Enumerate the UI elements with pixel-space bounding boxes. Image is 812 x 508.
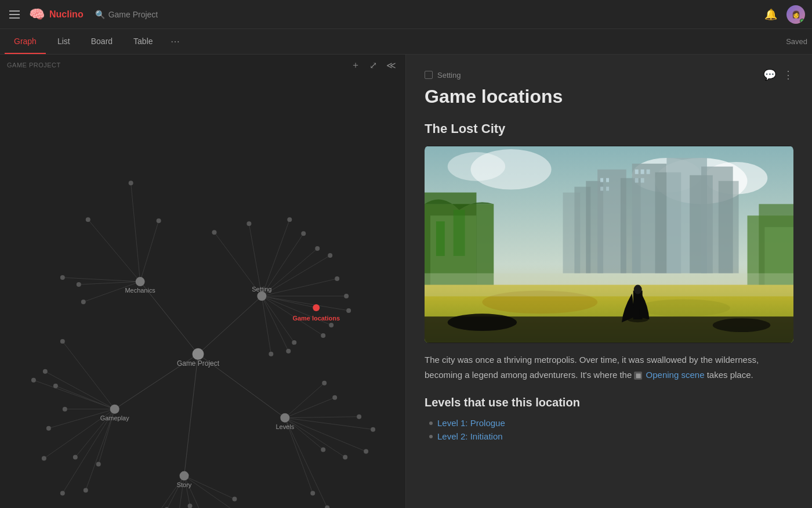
svg-point-80 (329, 323, 334, 327)
svg-point-90 (343, 455, 347, 460)
svg-point-77 (335, 276, 339, 281)
svg-point-83 (286, 349, 291, 354)
graph-visualization[interactable]: Game Project Mechanics Setting Game loca… (0, 75, 405, 508)
header-action-icons: 💬 ⋮ (763, 69, 793, 81)
svg-point-109 (280, 413, 289, 423)
tab-table[interactable]: Table (124, 29, 162, 54)
svg-rect-135 (606, 178, 609, 182)
svg-point-61 (43, 369, 48, 374)
logo-text: Nuclino (49, 9, 84, 20)
tab-graph[interactable]: Graph (5, 29, 46, 54)
svg-point-92 (310, 491, 315, 496)
svg-point-54 (129, 181, 133, 185)
svg-point-78 (344, 294, 349, 298)
svg-point-63 (53, 384, 58, 388)
svg-point-91 (321, 448, 325, 452)
graph-toolbar: ＋ ⤢ ≪ (349, 58, 398, 73)
svg-point-87 (357, 415, 361, 419)
logo-icon: 🧠 (29, 7, 45, 22)
svg-point-70 (84, 488, 88, 493)
svg-text:Story: Story (177, 481, 192, 488)
svg-text:Levels: Levels (276, 423, 294, 430)
svg-point-76 (328, 253, 332, 258)
main-layout: GAME PROJECT ＋ ⤢ ≪ (0, 55, 812, 508)
svg-point-157 (713, 318, 770, 332)
svg-point-85 (322, 381, 327, 385)
svg-point-105 (313, 304, 320, 311)
top-nav: 🧠 Nuclino 🔍 Game Project 🔔 👩 (0, 0, 812, 29)
level1-link[interactable]: Level 1: Prologue (437, 418, 505, 428)
tab-board[interactable]: Board (82, 29, 122, 54)
svg-point-99 (193, 348, 204, 360)
graph-panel: GAME PROJECT ＋ ⤢ ≪ (0, 55, 406, 508)
svg-point-65 (46, 426, 51, 431)
bullet-dot-icon (429, 421, 433, 425)
svg-rect-147 (454, 210, 465, 256)
svg-text:Mechanics: Mechanics (125, 287, 155, 294)
svg-rect-146 (436, 221, 445, 256)
setting-checkbox-label: Setting (425, 71, 461, 80)
tabs-bar: Graph List Board Table ⋯ Saved (0, 29, 812, 55)
graph-expand-button[interactable]: ⤢ (367, 59, 379, 72)
graph-header: GAME PROJECT ＋ ⤢ ≪ (0, 55, 405, 75)
svg-point-88 (371, 427, 375, 432)
search-text: Game Project (108, 10, 158, 19)
svg-point-75 (315, 246, 320, 251)
notification-bell-icon[interactable]: 🔔 (764, 8, 777, 21)
inline-page-icon: ▦ (634, 372, 642, 380)
level2-link[interactable]: Level 2: Initiation (437, 431, 503, 441)
list-item: Level 2: Initiation (429, 430, 793, 443)
svg-point-69 (60, 491, 65, 496)
svg-rect-142 (641, 178, 644, 183)
svg-point-56 (157, 218, 161, 223)
user-avatar[interactable]: 👩 (786, 5, 805, 24)
svg-point-73 (287, 217, 292, 222)
search-area[interactable]: 🔍 Game Project (95, 10, 158, 19)
svg-rect-139 (641, 170, 644, 174)
svg-point-107 (110, 405, 119, 414)
svg-point-71 (212, 230, 216, 235)
tab-list[interactable]: List (48, 29, 79, 54)
svg-rect-140 (647, 170, 650, 174)
svg-point-57 (60, 275, 65, 280)
opening-scene-link[interactable]: Opening scene (646, 370, 705, 380)
svg-point-59 (81, 300, 86, 304)
svg-point-156 (448, 314, 517, 331)
svg-rect-131 (719, 181, 739, 273)
svg-rect-141 (635, 178, 639, 183)
graph-collapse-button[interactable]: ≪ (384, 59, 398, 72)
more-options-icon[interactable]: ⋮ (783, 69, 793, 81)
svg-point-160 (634, 285, 642, 294)
content-header: Setting 💬 ⋮ (425, 69, 793, 81)
svg-text:Game locations: Game locations (292, 315, 340, 322)
svg-point-122 (448, 152, 505, 181)
svg-point-81 (321, 333, 325, 338)
svg-point-94 (232, 496, 237, 501)
lost-city-image (425, 146, 793, 343)
svg-point-86 (332, 395, 337, 400)
svg-point-67 (73, 455, 78, 460)
svg-point-103 (257, 291, 266, 301)
avatar-status-dot (800, 19, 804, 23)
svg-rect-0 (0, 76, 405, 508)
levels-list: Level 1: Prologue Level 2: Initiation (425, 416, 793, 443)
page-title: Game locations (425, 86, 793, 107)
hamburger-menu[interactable] (7, 8, 22, 21)
svg-rect-133 (563, 193, 581, 273)
nav-right: 🔔 👩 (764, 5, 805, 24)
setting-checkbox[interactable] (425, 71, 433, 79)
section-title-lost-city: The Lost City (425, 121, 793, 136)
svg-rect-136 (600, 187, 603, 191)
svg-text:Gameplay: Gameplay (100, 415, 130, 421)
svg-text:Game Project: Game Project (177, 359, 220, 368)
svg-point-89 (364, 449, 368, 454)
svg-point-101 (136, 277, 145, 286)
svg-point-153 (638, 299, 730, 316)
svg-point-84 (269, 352, 273, 356)
comment-icon[interactable]: 💬 (763, 69, 776, 81)
svg-point-60 (60, 339, 65, 344)
graph-breadcrumb: GAME PROJECT (7, 62, 61, 69)
tabs-more-icon[interactable]: ⋯ (167, 34, 183, 49)
graph-add-button[interactable]: ＋ (349, 58, 362, 73)
svg-point-66 (42, 456, 46, 461)
